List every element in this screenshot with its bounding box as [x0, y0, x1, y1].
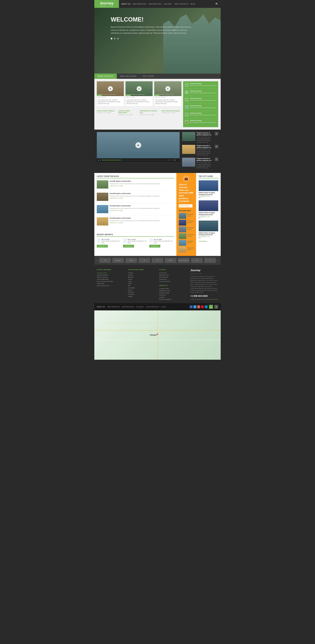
footer-dest-link-1[interactable]: Thailand: [128, 272, 156, 274]
video-list-title-1[interactable]: Olypian quarrels et gorilla congolium si…: [197, 132, 214, 136]
bottom-link-title-4[interactable]: NASC IDICULUS MUSQUI...: [161, 110, 181, 112]
video-list-title-3[interactable]: Olypian quarrels et gorilla congolium si…: [197, 158, 214, 162]
footer-about-link-3[interactable]: Company History: [159, 292, 187, 294]
video-thumb-2[interactable]: Ipsum factorial non deposit quid... FUSC…: [125, 81, 153, 96]
footer-dest-link-9[interactable]: Mexico: [128, 289, 156, 291]
sponsors-next-button[interactable]: ›: [217, 259, 218, 262]
footer-flight-link-3[interactable]: Pulvit Euismod: [159, 276, 187, 278]
city-thumb-2[interactable]: [199, 200, 218, 211]
blog-thumb-3[interactable]: [97, 205, 108, 213]
report-download-btn-2[interactable]: Download ⬇: [123, 245, 134, 248]
footer-flight-link-4[interactable]: Laoreet Ante: [159, 278, 187, 280]
footer-dest-link-11[interactable]: Cal-Maran: [128, 294, 156, 295]
pinterest-icon[interactable]: P: [201, 305, 204, 308]
footer-privacy-link[interactable]: Privacy Policy: [210, 298, 218, 300]
view-more-link[interactable]: VIEW MORE »: [199, 240, 218, 242]
twitter-icon[interactable]: t: [193, 305, 196, 308]
footer-dest-link-7[interactable]: Bali: [128, 285, 156, 286]
bottom-nav-blog[interactable]: BLOG: [161, 306, 166, 308]
city-thumb-1[interactable]: [199, 180, 218, 191]
footer-hotel-link-4[interactable]: Ynamco Egeri Mallo: [97, 278, 125, 280]
scroll-top-button[interactable]: ▲: [209, 305, 213, 309]
footer-about-link-5[interactable]: Locations: [159, 296, 187, 298]
footer-dest-link-10[interactable]: Honduras: [128, 291, 156, 293]
footer-dest-link-8[interactable]: Los Angeles: [128, 287, 156, 288]
facebook-icon[interactable]: f: [190, 305, 193, 308]
video-list-title-2[interactable]: Olypian quarrels et gorilla congolium si…: [197, 145, 214, 149]
footer-dest-link-5[interactable]: Turkey: [128, 281, 156, 282]
city-title-3[interactable]: Defacto lingo est igpay atinlayarqu prov…: [199, 232, 218, 236]
sponsors-prev-button[interactable]: ‹: [97, 259, 98, 262]
gallery-thumb-6[interactable]: [179, 247, 186, 252]
blog-title-1[interactable]: Souvlaki ignitus carborundum: [110, 180, 174, 182]
play-ctrl[interactable]: ▶: [98, 159, 99, 161]
bottom-nav-gallery[interactable]: GALLERY: [136, 306, 144, 308]
footer-dest-link-2[interactable]: Jamaica: [128, 274, 156, 276]
bottom-link-title-1[interactable]: FUSCE USCIPIT VARIUS...: [97, 110, 117, 112]
tab-news-events[interactable]: NEWS & EVENTS: [94, 74, 117, 79]
gallery-thumb-5[interactable]: [179, 240, 186, 246]
gallery-thumb-4[interactable]: [179, 233, 186, 239]
report-download-btn-3[interactable]: Download ⬇: [149, 245, 160, 248]
footer-hotel-link-3[interactable]: Amicon Nomommu: [97, 276, 125, 278]
hero-dot-1[interactable]: [111, 38, 112, 40]
googleplus-icon[interactable]: g+: [197, 305, 200, 308]
city-thumb-3[interactable]: [199, 220, 218, 231]
video-list-thumb-3[interactable]: [182, 158, 195, 167]
gallery-thumb-2[interactable]: [179, 220, 186, 226]
play-button-1[interactable]: [108, 86, 113, 91]
gallery-thumb-1[interactable]: [179, 213, 186, 219]
footer-dest-link-4[interactable]: Cyprus: [128, 278, 156, 280]
footer-hotel-link-7[interactable]: Aenean laoreet, Eras: [97, 285, 125, 286]
blog-title-2[interactable]: Souvlaki ignitus carborundum: [110, 193, 174, 195]
nav-destinations[interactable]: DESTINATIONS: [148, 3, 161, 5]
scroll-bottom-button[interactable]: ▼: [214, 305, 218, 309]
tab-hot-tours[interactable]: HOT TOURS: [140, 74, 157, 79]
video-list-thumb-2[interactable]: [182, 145, 195, 154]
nav-about[interactable]: ABOUT US: [121, 3, 130, 5]
blog-thumb-2[interactable]: [97, 193, 108, 201]
city-title-2[interactable]: Defacto lingo est igpay atinlayarqu prov…: [199, 212, 218, 216]
progress-bar[interactable]: [102, 160, 167, 160]
video-thumb-1[interactable]: Ipsum factorial non deposit quid... FUSC…: [97, 81, 124, 96]
blog-title-4[interactable]: Souvlaki ignitus carborundum: [110, 217, 174, 219]
bottom-link-title-2[interactable]: SOCIIS ATOQUE PENATIBUS...: [118, 110, 138, 114]
stop-ctrl[interactable]: ■: [100, 159, 101, 161]
footer-hotel-link-5[interactable]: Eliero Circus-bey MF Nelbur: [97, 281, 125, 282]
gallery-thumb-3[interactable]: [179, 226, 186, 232]
logo-area[interactable]: Journey TRAVEL GUIDE: [94, 0, 119, 8]
footer-flight-link-5[interactable]: Lorem Ipsum Dolar: [159, 281, 187, 282]
video-thumb-3[interactable]: Ipsum factorial non deposit quid... FUSC…: [154, 81, 181, 96]
jobs-search-button[interactable]: Search all jobs →: [179, 204, 192, 208]
fullscreen-icon[interactable]: ⛶: [177, 159, 178, 161]
footer-flight-link-2[interactable]: Elementum Velit: [159, 274, 187, 276]
linkedin-icon[interactable]: in: [205, 305, 208, 308]
footer-dest-link-12[interactable]: Orlando: [128, 296, 156, 297]
footer-about-link-2[interactable]: Management Team: [159, 290, 187, 292]
tab-what-we-offer[interactable]: WHAT WE OFFER: [117, 74, 140, 79]
hero-dot-3[interactable]: [117, 38, 119, 40]
bottom-nav-services[interactable]: NEW SERVICES: [107, 306, 120, 308]
blog-title-3[interactable]: Souvlaki ignitus carborundum: [110, 205, 174, 207]
volume-icon[interactable]: 🔊: [175, 159, 176, 161]
nav-contacts[interactable]: OUR CONTACTS: [174, 3, 188, 5]
footer-dest-link-3[interactable]: Bahamas: [128, 276, 156, 278]
video-feature-play[interactable]: [135, 142, 141, 148]
play-button-2[interactable]: [137, 86, 142, 91]
footer-hotel-link-2[interactable]: Fracenet Veribusan: [97, 274, 125, 276]
search-icon[interactable]: 🔍: [215, 3, 218, 5]
bottom-nav-about[interactable]: ABOUT US: [97, 306, 105, 308]
nav-gallery[interactable]: GALLERY: [164, 3, 172, 5]
nav-blog[interactable]: BLOG: [191, 3, 195, 5]
blog-thumb-1[interactable]: [97, 180, 108, 188]
footer-flight-link-1[interactable]: Prum Dictum: [159, 272, 187, 274]
bottom-nav-destinations[interactable]: DESTINATIONS: [122, 306, 134, 308]
video-list-thumb-1[interactable]: [182, 132, 195, 141]
blog-thumb-4[interactable]: [97, 217, 108, 226]
footer-dest-link-6[interactable]: Dubai: [128, 283, 156, 284]
city-title-1[interactable]: Defacto lingo est igpay atinlayarqu prov…: [199, 192, 218, 196]
hero-dot-2[interactable]: [114, 38, 115, 40]
footer-hotel-link-6[interactable]: Naila Parillas: [97, 283, 125, 284]
play-button-3[interactable]: [165, 86, 170, 91]
footer-hotel-link-1[interactable]: Anteripsum Pilolo: [97, 272, 125, 274]
